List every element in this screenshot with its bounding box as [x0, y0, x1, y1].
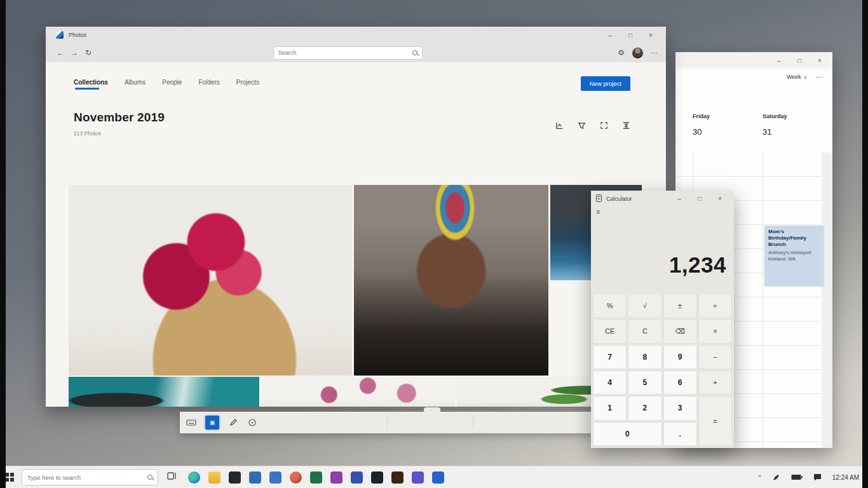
calc-key-multiply[interactable]: × — [698, 319, 732, 343]
photos-search-box[interactable] — [273, 46, 423, 60]
toolbar-divider — [387, 416, 388, 430]
store-icon[interactable] — [269, 471, 281, 484]
calendar-day-friday[interactable]: Friday 30 — [693, 113, 763, 137]
calc-key-sqrt[interactable]: √ — [628, 294, 661, 318]
app-purple-box-icon[interactable] — [412, 471, 424, 484]
calc-key-1[interactable]: 1 — [593, 396, 627, 420]
photos-tab-bar: Collections Albums People Folders Projec… — [74, 79, 259, 90]
excel-icon[interactable] — [310, 471, 322, 484]
calendar-maximize-button[interactable]: □ — [790, 55, 808, 66]
calculator-keypad: % √ ± ÷ CE C ⌫ × 7 8 9 − 4 5 6 + 1 2 3 =… — [593, 294, 732, 446]
calculator-minimize-button[interactable]: – — [670, 193, 688, 205]
edge-icon[interactable] — [188, 471, 200, 484]
search-icon[interactable] — [412, 50, 417, 55]
zoom-layout-icon[interactable] — [622, 121, 630, 129]
lock-app-icon[interactable] — [229, 471, 241, 484]
calc-key-equals[interactable]: = — [698, 396, 732, 446]
photo-pink-cosmos-flowers[interactable] — [261, 377, 455, 407]
calculator-maximize-button[interactable]: □ — [691, 193, 709, 205]
photos-app-icon[interactable] — [351, 471, 363, 484]
app-red-sphere-icon[interactable] — [290, 471, 302, 484]
calendar-more-button[interactable]: ⋯ — [816, 73, 824, 81]
calc-key-minus[interactable]: − — [698, 345, 732, 369]
keyboard-icon[interactable] — [186, 418, 196, 427]
active-app-tile-icon[interactable]: ▣ — [205, 416, 219, 430]
photo-ocean-waves-rocks[interactable] — [69, 377, 259, 407]
calendar-close-button[interactable]: × — [811, 55, 829, 66]
slideshow-icon[interactable] — [555, 121, 564, 129]
pen-icon[interactable] — [228, 418, 238, 427]
calc-key-clear[interactable]: C — [628, 319, 661, 343]
tab-people[interactable]: People — [162, 79, 182, 90]
refresh-button[interactable]: ↻ — [81, 48, 95, 57]
calc-key-9[interactable]: 9 — [663, 345, 697, 369]
calc-key-6[interactable]: 6 — [663, 370, 697, 395]
calc-key-4[interactable]: 4 — [593, 370, 627, 395]
tray-overflow-chevron[interactable]: ^ — [759, 474, 761, 480]
see-more-button[interactable]: ⋯ — [651, 49, 658, 57]
calendar-event[interactable]: Mom's Birthday/Family Brunch Anthony's H… — [764, 226, 824, 286]
calc-key-7[interactable]: 7 — [593, 345, 627, 369]
calc-key-divide[interactable]: ÷ — [698, 294, 732, 318]
calc-key-clear-entry[interactable]: CE — [593, 319, 627, 343]
notifications-chat-icon[interactable] — [813, 473, 822, 481]
photos-app-icon — [56, 31, 64, 39]
task-view-button[interactable] — [167, 471, 177, 483]
teams-icon[interactable] — [432, 471, 444, 484]
calculator-close-button[interactable]: × — [711, 193, 729, 205]
calc-key-8[interactable]: 8 — [628, 345, 661, 369]
calc-key-decimal[interactable]: . — [663, 422, 697, 446]
toolbar-handle[interactable]: ⌄ — [424, 407, 440, 412]
file-explorer-icon[interactable] — [208, 471, 220, 484]
hamburger-menu-icon[interactable]: ≡ — [591, 207, 734, 217]
dial-icon[interactable] — [247, 418, 257, 427]
adobe-app-icon[interactable] — [391, 471, 403, 484]
photo-grid — [69, 185, 642, 407]
select-icon[interactable] — [600, 121, 608, 129]
tab-albums[interactable]: Albums — [125, 79, 146, 90]
calendar-day-saturday[interactable]: Saturday 31 — [763, 113, 832, 137]
onenote-icon[interactable] — [330, 471, 342, 484]
tab-collections[interactable]: Collections — [74, 79, 108, 90]
photos-maximize-button[interactable]: □ — [621, 29, 639, 41]
photo-red-flowers-in-basket[interactable] — [69, 185, 352, 376]
filter-icon[interactable] — [578, 121, 586, 129]
calculator-titlebar[interactable]: Calculator – □ × — [591, 191, 734, 207]
windows-logo-icon — [5, 473, 14, 482]
calc-key-backspace[interactable]: ⌫ — [663, 319, 697, 343]
calc-key-plus[interactable]: + — [698, 370, 732, 395]
back-button[interactable]: ← — [53, 48, 67, 57]
search-icon — [147, 475, 153, 480]
photos-search-input[interactable] — [278, 50, 412, 56]
new-project-button[interactable]: New project — [581, 76, 630, 91]
tab-projects[interactable]: Projects — [236, 79, 259, 90]
calendar-scrollbar[interactable] — [822, 152, 832, 448]
battery-icon[interactable] — [791, 474, 803, 480]
taskbar-search-box[interactable] — [22, 469, 158, 485]
calendar-titlebar[interactable]: – □ × — [675, 52, 832, 69]
terminal-icon[interactable] — [371, 471, 383, 484]
calc-key-percent[interactable]: % — [593, 294, 627, 318]
tab-folders[interactable]: Folders — [198, 79, 219, 90]
calc-key-5[interactable]: 5 — [628, 370, 661, 395]
calc-key-2[interactable]: 2 — [628, 396, 661, 420]
photos-titlebar[interactable]: Photos – □ × — [46, 27, 666, 43]
toolbar-divider — [473, 416, 473, 430]
calendar-view-selector[interactable]: Week∨ — [787, 74, 807, 80]
account-avatar[interactable] — [632, 48, 643, 58]
screen-edge-right — [862, 0, 868, 488]
mail-icon[interactable] — [249, 471, 261, 484]
settings-gear-icon[interactable]: ⚙ — [618, 48, 625, 57]
pen-tray-icon[interactable] — [772, 473, 780, 482]
photos-window: Photos – □ × ← → ↻ ⚙ ⋯ Collections Album… — [46, 27, 666, 407]
calc-key-3[interactable]: 3 — [663, 396, 697, 420]
forward-button[interactable]: → — [67, 48, 81, 57]
photos-minimize-button[interactable]: – — [601, 29, 619, 41]
calc-key-plusminus[interactable]: ± — [663, 294, 697, 318]
photo-smiling-woman-headwrap[interactable] — [354, 185, 548, 376]
photos-close-button[interactable]: × — [642, 29, 660, 41]
taskbar-search-input[interactable] — [27, 474, 147, 481]
clock[interactable]: 12:24 AM — [832, 474, 859, 481]
calc-key-0[interactable]: 0 — [593, 422, 662, 446]
calendar-minimize-button[interactable]: – — [770, 55, 788, 66]
